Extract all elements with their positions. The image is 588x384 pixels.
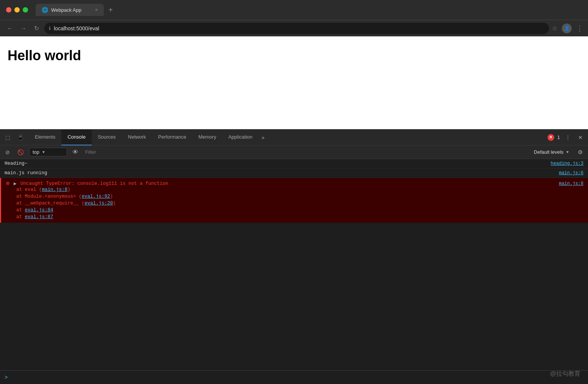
context-dropdown[interactable]: top ▼ — [29, 148, 67, 156]
context-value: top — [33, 149, 39, 155]
devtools-console-toolbar: ⊘ 🚫 top ▼ 👁 Default levels ▼ ⚙ — [0, 145, 588, 159]
tab-close-button[interactable]: × — [95, 7, 98, 12]
error-circle-icon: ⊗ — [6, 180, 10, 186]
console-line-text: main.js running — [5, 170, 554, 176]
error-message: Uncaught TypeError: console.log111 is no… — [20, 181, 168, 186]
tab-elements[interactable]: Elements — [29, 130, 61, 145]
devtools-panel: ⬚ 📱 Elements Console Sources Network Per… — [0, 129, 588, 384]
console-input-line: > — [0, 370, 588, 384]
address-text: localhost:5000/eval — [54, 25, 99, 31]
error-source-link[interactable]: main.js:8 — [559, 181, 583, 186]
error-count: 1 — [557, 134, 560, 140]
tab-performance[interactable]: Performance — [152, 130, 192, 145]
close-traffic-light[interactable] — [6, 7, 11, 12]
console-input[interactable] — [11, 375, 583, 380]
console-settings-button[interactable]: ⚙ — [575, 147, 585, 157]
bookmark-icon[interactable]: ☆ — [552, 25, 557, 32]
page-heading: Hello world — [8, 48, 580, 64]
devtools-close-button[interactable]: ✕ — [576, 133, 585, 142]
tab-console[interactable]: Console — [61, 130, 92, 145]
levels-arrow-icon: ▼ — [566, 150, 569, 154]
error-stack: at eval (main.js:8) at Module.<anonymous… — [6, 186, 583, 220]
forward-button[interactable]: → — [18, 23, 29, 33]
stack-link-2[interactable]: eval.js:20 — [84, 201, 113, 206]
stack-line-2: at __webpack_require__ (eval.js:20) — [16, 200, 583, 207]
levels-dropdown[interactable]: Default levels ▼ — [531, 148, 572, 156]
tab-sources[interactable]: Sources — [92, 130, 122, 145]
stack-line-1: at Module.<anonymous> (eval.js:92) — [16, 193, 583, 200]
error-header: ⊗ ▶ Uncaught TypeError: console.log111 i… — [6, 180, 583, 186]
address-bar[interactable]: ℹ localhost:5000/eval — [44, 23, 549, 34]
stack-link-3[interactable]: eval.js:84 — [25, 208, 53, 213]
minimize-traffic-light[interactable] — [14, 7, 20, 12]
clear-console-button[interactable]: ⊘ — [3, 148, 12, 157]
inspect-element-button[interactable]: ⬚ — [3, 133, 13, 142]
stack-line-4: at eval.js:87 — [16, 214, 583, 220]
devtools-tabs-right: ✕ 1 ⋮ ✕ — [547, 133, 585, 142]
watermark: @拉勾教育 — [550, 370, 580, 378]
console-line-mainjs: main.js running main.js:6 — [0, 169, 588, 178]
address-bar-row: ← → ↻ ℹ localhost:5000/eval ☆ 👤 ⋮ — [0, 20, 588, 36]
maximize-traffic-light[interactable] — [23, 7, 28, 12]
more-tabs-button[interactable]: » — [258, 134, 267, 140]
secure-icon: ℹ — [49, 26, 51, 31]
tab-bar: 🌐 Webpack App × + — [36, 4, 582, 16]
toolbar-icons: ☆ 👤 ⋮ — [552, 23, 583, 33]
device-toolbar-button[interactable]: 📱 — [15, 133, 26, 142]
console-line-source[interactable]: heading.js:3 — [551, 161, 583, 166]
tab-memory[interactable]: Memory — [192, 130, 222, 145]
tab-favicon: 🌐 — [42, 7, 48, 13]
console-output: Heading~ heading.js:3 main.js running ma… — [0, 159, 588, 370]
filter-input[interactable] — [84, 148, 528, 156]
devtools-settings-dots[interactable]: ⋮ — [563, 133, 573, 142]
error-badge: ✕ — [547, 134, 554, 141]
traffic-lights — [6, 7, 28, 12]
stack-line-3: at eval.js:84 — [16, 207, 583, 214]
new-tab-button[interactable]: + — [105, 4, 116, 16]
tab-network[interactable]: Network — [122, 130, 152, 145]
browser-menu-icon[interactable]: ⋮ — [576, 24, 583, 33]
dropdown-arrow-icon: ▼ — [42, 150, 45, 154]
avatar[interactable]: 👤 — [562, 23, 572, 33]
no-ban-button[interactable]: 🚫 — [15, 148, 26, 157]
reload-button[interactable]: ↻ — [32, 23, 41, 33]
back-button[interactable]: ← — [5, 23, 15, 33]
page-content: Hello world — [0, 36, 588, 129]
devtools-tab-bar: ⬚ 📱 Elements Console Sources Network Per… — [0, 130, 588, 145]
console-line-source[interactable]: main.js:6 — [559, 170, 583, 176]
console-prompt: > — [5, 375, 8, 381]
stack-link-4[interactable]: eval.js:87 — [25, 214, 53, 220]
console-line-heading: Heading~ heading.js:3 — [0, 159, 588, 169]
eye-button[interactable]: 👁 — [70, 147, 81, 157]
devtools-toolbar-icons: ⬚ 📱 — [3, 133, 26, 142]
console-error-block: ⊗ ▶ Uncaught TypeError: console.log111 i… — [0, 178, 588, 223]
browser-tab[interactable]: 🌐 Webpack App × — [36, 4, 104, 16]
console-line-text: Heading~ — [5, 161, 546, 166]
tab-application[interactable]: Application — [222, 130, 259, 145]
title-bar: 🌐 Webpack App × + — [0, 0, 588, 20]
error-expand-icon[interactable]: ▶ — [14, 181, 17, 186]
levels-label: Default levels — [534, 149, 563, 155]
stack-line-0: at eval (main.js:8) — [16, 186, 583, 193]
stack-link-0[interactable]: main.js:8 — [42, 187, 68, 192]
tab-title: Webpack App — [51, 7, 81, 13]
stack-link-1[interactable]: eval.js:92 — [82, 194, 110, 199]
